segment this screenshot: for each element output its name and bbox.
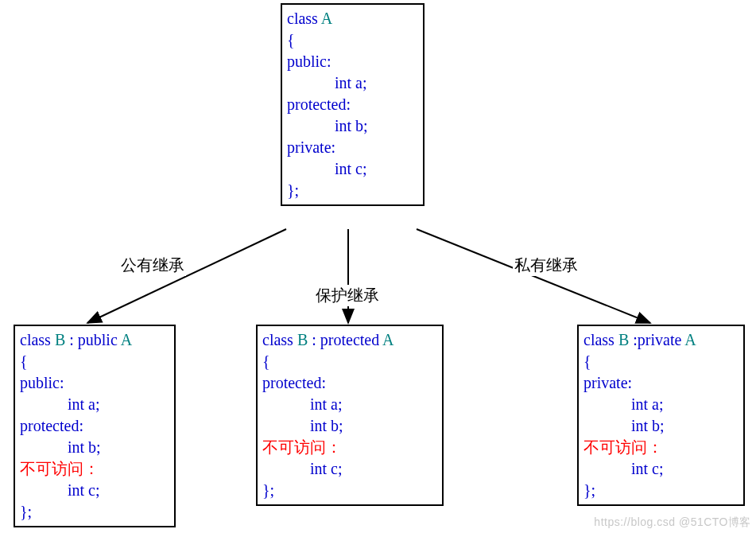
member-a: int a; [583, 394, 739, 415]
member-b: int b; [287, 115, 418, 137]
class-a-decl: class A [287, 8, 418, 29]
brace-close: }; [262, 480, 437, 501]
class-b-private-box: class B :private A { private: int a; int… [577, 325, 745, 506]
member-b: int b; [583, 415, 739, 437]
access-public: public: [287, 51, 418, 72]
member-b: int b; [262, 415, 437, 437]
label-private-inherit: 私有继承 [513, 255, 580, 276]
svg-line-1 [87, 229, 286, 323]
access-protected: protected: [20, 415, 169, 437]
class-b-protected-decl: class B : protected A [262, 329, 437, 351]
member-c: int c; [262, 458, 437, 480]
member-c: int c; [583, 458, 739, 480]
member-b: int b; [20, 437, 169, 458]
inaccessible-label: 不可访问： [262, 437, 437, 458]
inaccessible-label: 不可访问： [583, 437, 739, 458]
brace-open: { [262, 351, 437, 372]
class-b-private-decl: class B :private A [583, 329, 739, 351]
member-a: int a; [20, 394, 169, 415]
brace-open: { [20, 351, 169, 372]
keyword-class: class [287, 10, 321, 27]
member-c: int c; [287, 158, 418, 180]
svg-line-3 [417, 229, 650, 323]
brace-close: }; [287, 180, 418, 201]
access-private: private: [287, 137, 418, 158]
access-private: private: [583, 372, 739, 394]
class-name-a: A [321, 10, 332, 27]
access-protected: protected: [287, 94, 418, 115]
class-b-public-box: class B : public A { public: int a; prot… [14, 325, 176, 527]
label-protected-inherit: 保护继承 [314, 285, 381, 306]
watermark-text: https://blog.csd @51CTO博客 [594, 515, 751, 530]
class-b-public-decl: class B : public A [20, 329, 169, 351]
brace-close: }; [583, 480, 739, 501]
brace-open: { [583, 351, 739, 372]
inaccessible-label: 不可访问： [20, 458, 169, 480]
class-a-box: class A { public: int a; protected: int … [281, 3, 425, 206]
brace-close: }; [20, 501, 169, 523]
member-a: int a; [262, 394, 437, 415]
brace-open: { [287, 29, 418, 51]
member-a: int a; [287, 72, 418, 94]
label-public-inherit: 公有继承 [119, 255, 186, 276]
member-c: int c; [20, 480, 169, 501]
class-b-protected-box: class B : protected A { protected: int a… [256, 325, 444, 506]
access-protected: protected: [262, 372, 437, 394]
access-public: public: [20, 372, 169, 394]
